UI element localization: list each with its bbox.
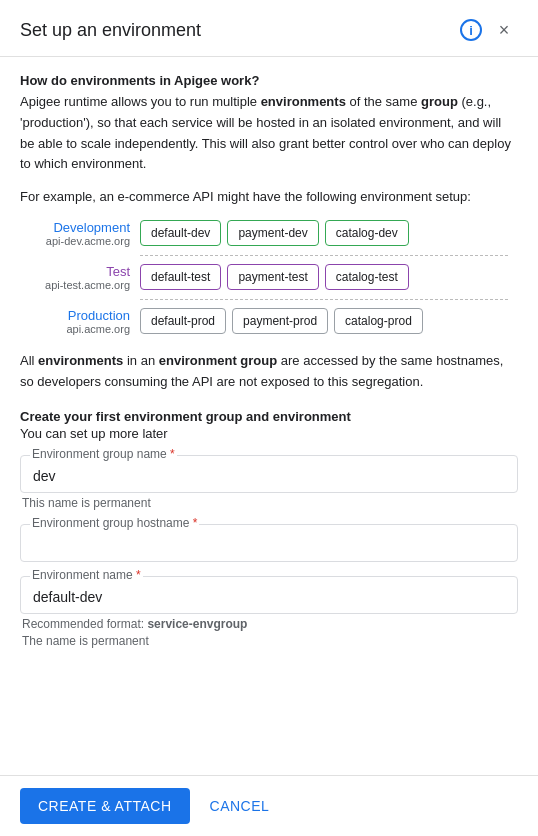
dialog-footer: CREATE & ATTACH CANCEL [0, 775, 538, 836]
description-2: For example, an e-commerce API might hav… [20, 187, 518, 208]
env-box-payment-dev: payment-dev [227, 220, 318, 246]
dialog-title: Set up an environment [20, 20, 201, 41]
env-group-hostname-label: Environment group hostname * [30, 516, 199, 530]
env-name-label: Environment name * [30, 568, 143, 582]
environment-diagram: Development api-dev.acme.org default-dev… [20, 220, 518, 335]
required-asterisk-1: * [170, 447, 175, 461]
env-group-name-test: Test [30, 264, 130, 279]
required-asterisk-3: * [136, 568, 141, 582]
description-1: Apigee runtime allows you to run multipl… [20, 92, 518, 175]
access-text: All environments in an environment group… [20, 351, 518, 393]
diagram-row-test: Test api-test.acme.org default-test paym… [30, 264, 508, 291]
env-box-catalog-prod: catalog-prod [334, 308, 423, 334]
env-box-default-test: default-test [140, 264, 221, 290]
env-box-payment-test: payment-test [227, 264, 318, 290]
env-name-field: Environment name * Recommended format: s… [20, 576, 518, 648]
cancel-button[interactable]: CANCEL [206, 788, 274, 824]
env-group-url-development: api-dev.acme.org [30, 235, 130, 247]
diagram-boxes-test: default-test payment-test catalog-test [140, 264, 508, 290]
env-box-catalog-test: catalog-test [325, 264, 409, 290]
diagram-boxes-production: default-prod payment-prod catalog-prod [140, 308, 508, 334]
how-work-question: How do environments in Apigee work? [20, 73, 518, 88]
divider-2 [140, 299, 508, 300]
env-group-name-label: Environment group name * [30, 447, 177, 461]
close-icon: × [499, 20, 510, 41]
env-group-url-production: api.acme.org [30, 323, 130, 335]
dialog-content: How do environments in Apigee work? Apig… [0, 57, 538, 775]
create-section-sub: You can set up more later [20, 426, 518, 441]
required-asterisk-2: * [193, 516, 198, 530]
dialog-header: Set up an environment i × [0, 0, 538, 57]
diagram-label-test: Test api-test.acme.org [30, 264, 130, 291]
env-box-default-prod: default-prod [140, 308, 226, 334]
env-box-payment-prod: payment-prod [232, 308, 328, 334]
env-box-default-dev: default-dev [140, 220, 221, 246]
diagram-boxes-development: default-dev payment-dev catalog-dev [140, 220, 508, 246]
env-group-url-test: api-test.acme.org [30, 279, 130, 291]
create-section-title: Create your first environment group and … [20, 409, 518, 424]
create-attach-button[interactable]: CREATE & ATTACH [20, 788, 190, 824]
info-icon[interactable]: i [460, 19, 482, 41]
diagram-label-production: Production api.acme.org [30, 308, 130, 335]
diagram-row-development: Development api-dev.acme.org default-dev… [30, 220, 508, 247]
env-group-name-hint: This name is permanent [20, 496, 518, 510]
close-button[interactable]: × [490, 16, 518, 44]
header-icons: i × [460, 16, 518, 44]
env-name-hint-1: Recommended format: service-envgroup [20, 617, 518, 631]
env-box-catalog-dev: catalog-dev [325, 220, 409, 246]
divider-1 [140, 255, 508, 256]
env-group-name-field: Environment group name * This name is pe… [20, 455, 518, 510]
env-group-name-development: Development [30, 220, 130, 235]
env-group-hostname-field: Environment group hostname * [20, 524, 518, 562]
diagram-label-development: Development api-dev.acme.org [30, 220, 130, 247]
env-name-hint-2: The name is permanent [20, 634, 518, 648]
diagram-row-production: Production api.acme.org default-prod pay… [30, 308, 508, 335]
setup-environment-dialog: Set up an environment i × How do environ… [0, 0, 538, 836]
env-group-name-production: Production [30, 308, 130, 323]
